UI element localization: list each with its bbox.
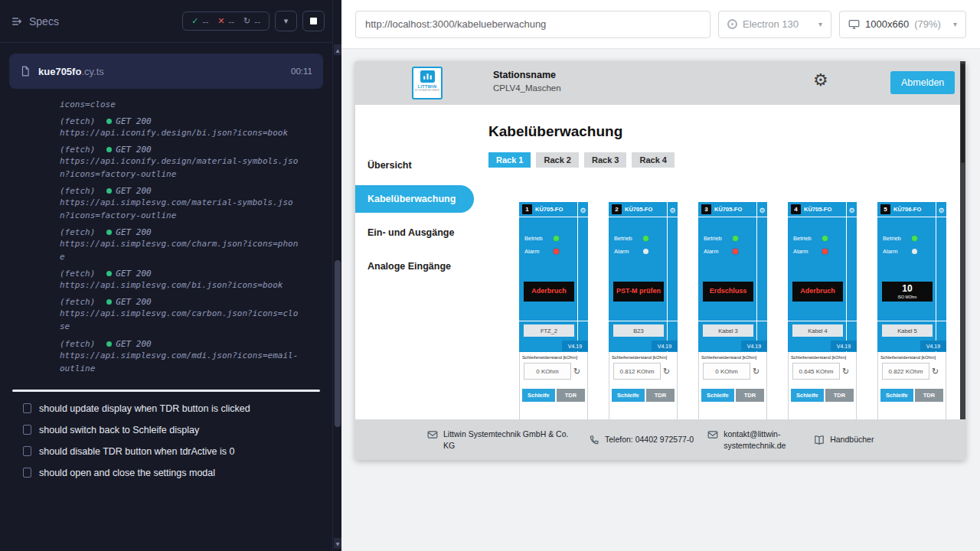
card-side-strip: ⚙: [846, 202, 857, 352]
footer-email[interactable]: kontakt@littwin-systemtechnik.de: [707, 429, 800, 450]
station-name: CPLV4_Maschen: [493, 83, 561, 93]
refresh-icon[interactable]: ↻: [663, 367, 670, 376]
test-item[interactable]: should disable TDR button when tdrActive…: [0, 441, 332, 462]
test-title: should open and close the settings modal: [39, 468, 215, 478]
refresh-icon[interactable]: ↻: [573, 367, 580, 376]
specs-menu-button[interactable]: Specs: [11, 15, 59, 28]
iso-value: 10: [902, 284, 912, 294]
refresh-icon: ↻: [243, 16, 250, 26]
firmware-version: V4.19: [652, 341, 678, 351]
log-entry[interactable]: (fetch)GET 200 https://api.simplesvg.com…: [60, 269, 299, 292]
collapse-button[interactable]: ▾: [275, 11, 297, 31]
sidebar-item-uebersicht[interactable]: Übersicht: [355, 148, 478, 182]
specs-list-icon: [11, 15, 23, 28]
card-settings-icon[interactable]: ⚙: [580, 207, 586, 214]
footer-company[interactable]: Littwin Systemtechnik GmbH & Co. KG: [427, 429, 575, 450]
card-settings-icon[interactable]: ⚙: [938, 207, 944, 214]
tdr-button[interactable]: TDR: [915, 389, 943, 402]
test-title: should switch back to Schleife display: [39, 425, 199, 435]
log-entry[interactable]: icons=close: [60, 98, 299, 111]
betrieb-led: [733, 236, 738, 241]
chevron-down-icon: ▾: [953, 20, 957, 28]
tab-rack-1[interactable]: Rack 1: [488, 152, 531, 168]
settings-gear-icon[interactable]: ⚙: [813, 72, 828, 89]
spec-doc-icon: [23, 468, 31, 478]
runner-scrollbar[interactable]: ▲ ▼: [332, 0, 341, 551]
status-dot-icon: [106, 299, 112, 305]
tab-rack-2[interactable]: Rack 2: [536, 152, 578, 168]
card-side-strip: ⚙: [756, 202, 767, 352]
log-entry[interactable]: (fetch)GET 200 https://api.simplesvg.com…: [60, 339, 299, 375]
device-card-3: 3 KÜ705-FO ⚙ Betrieb Alarm Erdschluss Ka…: [698, 202, 767, 425]
footer-phone[interactable]: Telefon: 04402 972577-0: [589, 434, 694, 445]
card-settings-icon[interactable]: ⚙: [669, 207, 675, 214]
stat-failed: ✕--: [217, 16, 234, 26]
iso-unit: ISO MOhm: [897, 295, 916, 299]
tdr-button[interactable]: TDR: [736, 389, 764, 402]
card-settings-icon[interactable]: ⚙: [759, 207, 765, 214]
runner-header: Specs ✓-- ✕-- ↻-- ▾: [0, 0, 332, 43]
tab-rack-4[interactable]: Rack 4: [632, 152, 674, 168]
spec-doc-icon: [23, 403, 31, 413]
sidebar-item-kabelueberwachung[interactable]: Kabelüberwachung: [355, 185, 474, 213]
test-item[interactable]: should open and close the settings modal: [0, 462, 332, 484]
main-content: Kabelüberwachung Rack 1 Rack 2 Rack 3 Ra…: [478, 105, 960, 460]
log-entry[interactable]: (fetch)GET 200 https://api.simplesvg.com…: [60, 227, 299, 263]
rack-tabs: Rack 1 Rack 2 Rack 3 Rack 4: [488, 152, 960, 168]
stat-passed: ✓--: [191, 16, 208, 26]
refresh-icon[interactable]: ↻: [753, 367, 760, 376]
cable-name: Kabel 3: [703, 324, 753, 337]
tdr-button[interactable]: TDR: [646, 389, 675, 402]
betrieb-led: [554, 236, 559, 241]
betrieb-led: [912, 236, 917, 241]
alarm-led: [822, 249, 828, 254]
refresh-icon[interactable]: ↻: [842, 367, 849, 376]
card-side-strip: ⚙: [577, 202, 588, 352]
cable-name: Kabel 5: [882, 324, 933, 337]
logo-mark-icon: [420, 70, 435, 83]
card-model: KÜ705-FO: [804, 206, 831, 213]
log-entry[interactable]: (fetch)GET 200 https://api.iconify.desig…: [60, 116, 299, 139]
status-dot-icon: [106, 119, 112, 124]
test-stats[interactable]: ✓-- ✕-- ↻--: [182, 11, 270, 31]
tdr-button[interactable]: TDR: [557, 389, 585, 402]
schleife-button[interactable]: Schleife: [612, 389, 645, 402]
log-entry[interactable]: (fetch)GET 200 https://api.iconify.desig…: [60, 145, 299, 181]
chevron-down-icon: ▾: [284, 16, 289, 26]
address-bar[interactable]: [355, 11, 710, 38]
schleife-button[interactable]: Schleife: [701, 389, 734, 402]
spec-file-row[interactable]: kue705fo.cy.ts 00:11: [9, 54, 323, 89]
log-entry[interactable]: (fetch)GET 200 https://api.simplesvg.com…: [60, 186, 299, 222]
chevron-down-icon: ▾: [818, 20, 822, 28]
test-item[interactable]: should switch back to Schleife display: [0, 419, 332, 441]
scroll-down-icon[interactable]: ▼: [334, 538, 341, 549]
schleife-button[interactable]: Schleife: [522, 389, 555, 402]
scroll-up-icon[interactable]: ▲: [334, 44, 341, 55]
refresh-icon[interactable]: ↻: [932, 367, 939, 376]
tab-rack-3[interactable]: Rack 3: [584, 152, 626, 168]
footer-manuals-link[interactable]: Handbücher: [814, 434, 874, 445]
device-card-2: 2 KÜ705-FO ⚙ Betrieb Alarm PST-M prüfen …: [609, 202, 678, 425]
sidebar-item-analoge-eingaenge[interactable]: Analoge Eingänge: [355, 249, 478, 283]
status-dot-icon: [106, 271, 112, 276]
browser-pane: Electron 130 ▾ 1000x660 (79%) ▾ LITTWIN …: [341, 0, 980, 551]
tdr-button[interactable]: TDR: [825, 389, 854, 402]
scrollbar-thumb[interactable]: [335, 260, 341, 427]
card-model: KÜ705-FO: [625, 206, 652, 213]
test-item[interactable]: should update display when TDR button is…: [0, 398, 332, 419]
schleife-button[interactable]: Schleife: [880, 389, 913, 402]
app-scrollbar[interactable]: [960, 61, 965, 419]
scrollbar-thumb[interactable]: [961, 64, 965, 163]
card-settings-icon[interactable]: ⚙: [848, 207, 854, 214]
schleife-button[interactable]: Schleife: [791, 389, 824, 402]
betrieb-led: [643, 236, 648, 241]
browser-selector[interactable]: Electron 130 ▾: [718, 11, 831, 38]
stop-button[interactable]: [302, 11, 325, 31]
viewport-selector[interactable]: 1000x660 (79%) ▾: [839, 11, 966, 38]
status-dot-icon: [106, 230, 112, 235]
logout-button[interactable]: Abmelden: [890, 71, 955, 94]
station-info: Stationsname CPLV4_Maschen: [493, 70, 561, 93]
sidebar-item-ein-und-ausgaenge[interactable]: Ein- und Ausgänge: [355, 216, 478, 249]
log-entry[interactable]: (fetch)GET 200 https://api.simplesvg.com…: [60, 297, 299, 333]
spec-file-name: kue705fo.cy.ts: [38, 66, 104, 77]
